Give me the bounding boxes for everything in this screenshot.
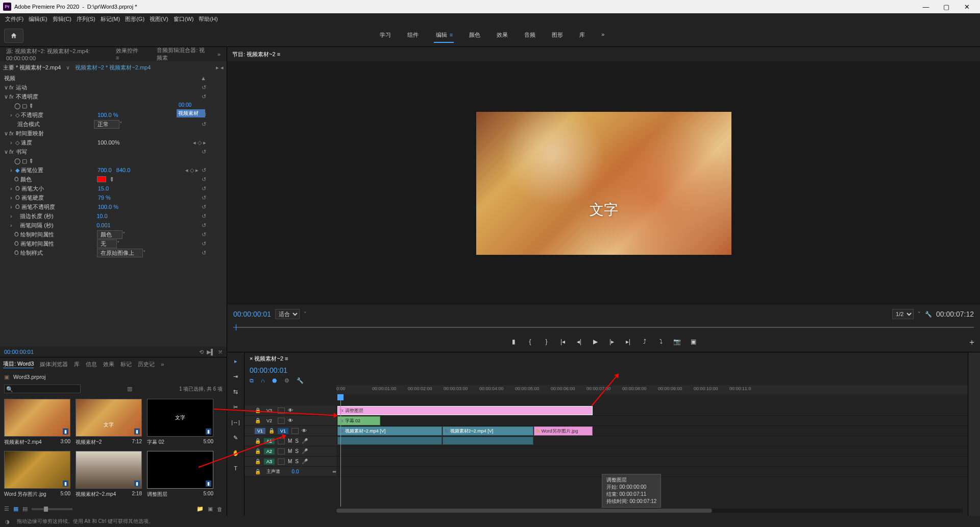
prop-brushpos[interactable]: 画笔位置 bbox=[21, 166, 97, 174]
tab-media-browser[interactable]: 媒体浏览器 bbox=[40, 361, 68, 368]
tab-program[interactable]: 节目: 视频素材~2 ≡ bbox=[232, 51, 280, 58]
prop-brushtime[interactable]: 画笔时间属性 bbox=[20, 240, 97, 248]
track-toggle[interactable] bbox=[291, 428, 299, 434]
program-timecode[interactable]: 00:00:00:01 bbox=[233, 310, 271, 318]
ws-color[interactable]: 颜色 bbox=[468, 28, 481, 43]
lock-icon[interactable]: 🔒 bbox=[255, 469, 261, 474]
menu-graphics[interactable]: 图形(G) bbox=[123, 14, 146, 24]
tab-libraries[interactable]: 库 bbox=[74, 361, 80, 368]
timeline-sequence-tab[interactable]: × 视频素材~2 ≡ bbox=[250, 355, 288, 363]
clip-video2[interactable]: fx 视频素材2~2.mp4 [V] bbox=[443, 426, 533, 436]
solo-icon[interactable]: S bbox=[295, 459, 299, 464]
markers-icon[interactable]: ⬣ bbox=[272, 377, 277, 384]
add-marker-button[interactable]: ▮ bbox=[507, 336, 521, 347]
settings-icon[interactable]: ⚙ bbox=[284, 377, 289, 384]
menu-window[interactable]: 窗口(W) bbox=[172, 14, 196, 24]
razor-tool[interactable]: ✂ bbox=[230, 401, 241, 413]
prop-opacity[interactable]: 不透明度 bbox=[21, 111, 97, 119]
menu-marker[interactable]: 标记(M) bbox=[99, 14, 122, 24]
track-select-tool[interactable]: ⇥ bbox=[230, 371, 241, 382]
menu-view[interactable]: 视图(V) bbox=[148, 14, 170, 24]
prop-color[interactable]: 颜色 bbox=[20, 176, 97, 183]
val-painttime[interactable]: 颜色 bbox=[97, 230, 122, 239]
lock-icon[interactable]: 🔒 bbox=[255, 418, 261, 423]
mute-icon[interactable]: M bbox=[288, 438, 292, 444]
mask-ellipse-icon[interactable]: ◯ bbox=[14, 103, 20, 109]
sequence-clip[interactable]: 视频素材~2 * 视频素材~2.mp4 bbox=[75, 64, 151, 71]
menu-file[interactable]: 文件(F) bbox=[3, 14, 26, 24]
go-in-button[interactable]: |◂ bbox=[556, 336, 570, 347]
lock-icon[interactable]: 🔒 bbox=[268, 428, 275, 434]
ripple-edit-tool[interactable]: ⇆ bbox=[230, 386, 241, 397]
selection-tool[interactable]: ▸ bbox=[230, 355, 241, 367]
master-level[interactable]: 0.0 bbox=[292, 469, 299, 474]
effect-timecode[interactable]: 00:00:00:01 bbox=[4, 349, 34, 355]
clip-audio1[interactable] bbox=[337, 437, 442, 445]
compare-button[interactable]: ▣ bbox=[687, 336, 700, 347]
mask-pen-icon[interactable]: ✎ bbox=[27, 102, 35, 110]
new-bin-icon[interactable]: 📁 bbox=[197, 506, 204, 512]
list-view-icon[interactable]: ☰ bbox=[4, 506, 9, 512]
project-item[interactable]: 文字▮ 字幕 025:00 bbox=[147, 399, 213, 446]
lock-icon[interactable]: 🔒 bbox=[255, 459, 261, 464]
tab-effects[interactable]: 效果 bbox=[103, 361, 114, 368]
val-brushtime[interactable]: 无 bbox=[97, 239, 117, 248]
go-out-button[interactable]: ▸| bbox=[622, 336, 635, 347]
timeline-ruler[interactable]: 0:00 00:00:01:00 00:00:02:00 00:00:03:00… bbox=[336, 385, 968, 394]
type-tool[interactable]: T bbox=[230, 463, 241, 474]
tab-effect-controls[interactable]: 效果控件 ≡ bbox=[110, 46, 149, 62]
project-item[interactable]: ▮ 视频素材~2.mp43:00 bbox=[4, 399, 70, 446]
ws-editing[interactable]: 编辑 ≡ bbox=[434, 28, 454, 43]
fx-motion[interactable]: 运动 bbox=[16, 84, 92, 91]
icon-view-icon[interactable]: ▦ bbox=[13, 506, 18, 512]
menu-edit[interactable]: 编辑(E) bbox=[27, 14, 50, 24]
tab-source[interactable]: 源: 视频素材~2: 视频素材~2.mp4: 00:00:00:00 bbox=[3, 46, 105, 62]
eye-icon[interactable]: 👁 bbox=[288, 418, 293, 423]
timeline-timecode[interactable]: 00:00:00:01 bbox=[250, 366, 287, 374]
prop-painttime[interactable]: 绘制时间属性 bbox=[20, 231, 97, 238]
button-editor[interactable]: ＋ bbox=[968, 337, 976, 348]
val-blend[interactable]: 正常 bbox=[94, 120, 119, 129]
fx-timeremap[interactable]: 时间重映射 bbox=[16, 130, 92, 137]
step-fwd-button[interactable]: |▸ bbox=[605, 336, 619, 347]
tab-project[interactable]: 项目: Word3 bbox=[3, 360, 34, 368]
lift-button[interactable]: ⤴ bbox=[638, 336, 651, 347]
program-scrubber[interactable] bbox=[233, 323, 974, 331]
tab-audio-mixer[interactable]: 音频剪辑混合器: 视频素 bbox=[154, 45, 209, 63]
maximize-button[interactable]: ▢ bbox=[936, 0, 957, 13]
clip-adjustment[interactable]: fx 调整图层 bbox=[337, 406, 593, 415]
ws-assembly[interactable]: 组件 bbox=[406, 28, 420, 43]
effect-footer-icons[interactable]: ⟲ ▶▌ ⤱ bbox=[199, 349, 223, 355]
val-opacity[interactable]: 100.0 % bbox=[97, 112, 118, 118]
prop-strokelen[interactable]: 描边长度 (秒) bbox=[20, 212, 96, 220]
wrench-icon[interactable]: 🔧 bbox=[925, 311, 932, 318]
tab-info[interactable]: 信息 bbox=[86, 361, 97, 368]
project-item[interactable]: 文字▮ 视频素材~27:12 bbox=[76, 399, 142, 446]
project-search[interactable] bbox=[4, 385, 81, 393]
prop-brushint[interactable]: 画笔间隔 (秒) bbox=[20, 222, 96, 229]
prop-paintstyle[interactable]: 绘制样式 bbox=[20, 249, 97, 257]
track-toggle[interactable] bbox=[278, 459, 285, 465]
ws-overflow[interactable]: » bbox=[600, 28, 605, 43]
val-brushpos-x[interactable]: 700.0 bbox=[97, 167, 112, 173]
eye-icon[interactable]: 👁 bbox=[302, 428, 307, 434]
clip-video1[interactable]: fx 视频素材~2.mp4 [V] bbox=[337, 426, 442, 436]
voice-icon[interactable]: 🎤 bbox=[302, 459, 308, 464]
project-item[interactable]: ▮ Word 另存图片.jpg5:00 bbox=[4, 451, 70, 498]
ws-effects[interactable]: 效果 bbox=[496, 28, 509, 43]
project-item[interactable]: ▮ 调整图层5:00 bbox=[147, 451, 213, 498]
val-brushopac[interactable]: 100.0 % bbox=[98, 204, 118, 210]
program-viewport[interactable]: 文字 bbox=[227, 61, 980, 305]
fx-opacity[interactable]: 不透明度 bbox=[16, 93, 92, 101]
tab-history[interactable]: 历史记 bbox=[138, 361, 155, 368]
prop-brushsize[interactable]: 画笔大小 bbox=[21, 185, 98, 193]
val-brushpos-y[interactable]: 840.0 bbox=[116, 167, 131, 173]
voice-icon[interactable]: 🎤 bbox=[302, 448, 308, 454]
trash-icon[interactable]: 🗑 bbox=[217, 506, 223, 512]
play-button[interactable]: ▶ bbox=[589, 336, 602, 347]
val-paintstyle[interactable]: 在原始图像上 bbox=[97, 249, 143, 257]
val-brushhard[interactable]: 79 % bbox=[98, 195, 111, 201]
mask-pen-icon[interactable]: ✎ bbox=[27, 157, 35, 165]
ws-learn[interactable]: 学习 bbox=[379, 28, 392, 43]
mute-icon[interactable]: M bbox=[288, 459, 292, 464]
